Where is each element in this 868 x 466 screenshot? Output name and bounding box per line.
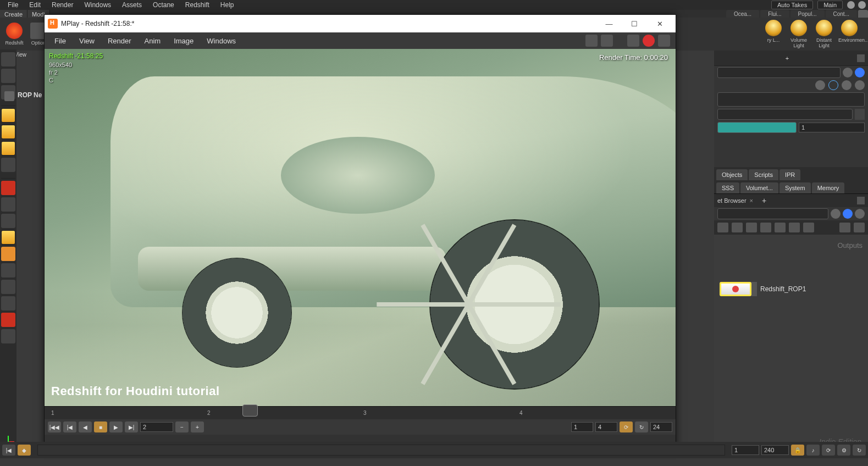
- pane-max-icon[interactable]: [857, 54, 865, 62]
- pane-max-icon[interactable]: [857, 197, 865, 204]
- tab-memory[interactable]: Memory: [812, 182, 845, 193]
- settings-icon[interactable]: [854, 223, 865, 232]
- pin-icon[interactable]: [831, 209, 841, 219]
- takes-dropdown[interactable]: Auto Takes: [771, 1, 813, 9]
- updates-icon[interactable]: [858, 1, 866, 9]
- cursor-icon[interactable]: [1, 158, 15, 172]
- mplay-snapshot-icon[interactable]: [585, 35, 598, 47]
- node-path-field[interactable]: [717, 67, 841, 78]
- tool-icon[interactable]: [1, 280, 15, 294]
- search-icon[interactable]: [839, 223, 850, 232]
- mplay-timeline[interactable]: 1 2 3 4: [45, 406, 676, 419]
- audio-icon[interactable]: ♪: [806, 445, 820, 456]
- display-option-icon[interactable]: [789, 223, 800, 232]
- desktop-dropdown[interactable]: Main: [817, 1, 843, 9]
- shelf-create[interactable]: Create: [0, 10, 27, 18]
- mplay-options-icon[interactable]: [658, 35, 670, 47]
- end-frame-field[interactable]: [761, 445, 789, 455]
- range-end-field[interactable]: [595, 422, 617, 432]
- shelf-tool-light1[interactable]: ry L...: [762, 20, 784, 48]
- menu-render[interactable]: Render: [46, 0, 79, 10]
- tab-objects[interactable]: Objects: [716, 169, 748, 180]
- tab-volumetric[interactable]: Volumet...: [740, 182, 778, 193]
- tab-system[interactable]: System: [779, 182, 811, 193]
- play-reverse-icon[interactable]: ◀: [79, 421, 92, 432]
- tool-icon[interactable]: [1, 263, 15, 278]
- menu-redshift[interactable]: Redshift: [180, 0, 215, 10]
- link-icon[interactable]: [855, 68, 865, 77]
- menu-help[interactable]: Help: [215, 0, 240, 10]
- realtime-icon[interactable]: ⟳: [822, 445, 835, 456]
- network-path-field[interactable]: [717, 208, 828, 219]
- filter-icon[interactable]: [828, 80, 838, 90]
- select-tool-icon[interactable]: [1, 52, 15, 66]
- display-option-icon[interactable]: [732, 223, 743, 232]
- inc-icon[interactable]: +: [191, 421, 204, 432]
- node-redshift-rop[interactable]: Redshift_ROP1: [720, 282, 806, 296]
- gear-icon[interactable]: [855, 209, 865, 219]
- pin-icon[interactable]: [843, 68, 853, 77]
- network-editor[interactable]: Outputs Redshift_ROP1 Indie Edition: [714, 235, 868, 450]
- close-tab-icon[interactable]: ×: [750, 197, 753, 204]
- tool-red-icon[interactable]: [1, 181, 15, 195]
- menu-octane[interactable]: Octane: [147, 0, 180, 10]
- param-field[interactable]: [717, 92, 865, 107]
- range-lock-icon[interactable]: 🔒: [791, 445, 804, 456]
- mplay-stop-icon[interactable]: [643, 35, 655, 47]
- shelf-tool-redshift[interactable]: Redshift: [3, 23, 25, 46]
- step-forward-icon[interactable]: ▶|: [125, 421, 138, 432]
- go-start-icon[interactable]: |◀◀: [48, 421, 61, 432]
- tab-scripts[interactable]: Scripts: [749, 169, 778, 180]
- main-timeline[interactable]: [37, 445, 725, 456]
- tool-icon[interactable]: [1, 329, 15, 343]
- current-frame-field[interactable]: [140, 422, 173, 432]
- shelf-tool-volume-light[interactable]: Volume Light: [788, 20, 810, 48]
- timeline-playhead-icon[interactable]: [242, 404, 258, 417]
- display-option-icon[interactable]: [760, 223, 771, 232]
- mplay-menu-image[interactable]: Image: [167, 35, 200, 47]
- node-tile[interactable]: [720, 282, 751, 296]
- mplay-menu-view[interactable]: View: [73, 35, 101, 47]
- tab-sss[interactable]: SSS: [716, 182, 739, 193]
- target-icon[interactable]: [843, 209, 853, 219]
- realtime-icon[interactable]: ⟳: [620, 421, 633, 432]
- tool-tag-yellow-icon[interactable]: [1, 108, 15, 123]
- stepper-icon[interactable]: [855, 109, 865, 120]
- window-minimize-icon[interactable]: —: [596, 15, 622, 32]
- global-anim-icon[interactable]: ⚙: [837, 445, 850, 456]
- tool-icon[interactable]: [1, 197, 15, 212]
- node-output-flag[interactable]: [751, 282, 757, 296]
- add-pane-icon[interactable]: +: [786, 55, 789, 62]
- mplay-menu-anim[interactable]: Anim: [138, 35, 168, 47]
- help-icon[interactable]: [855, 80, 865, 90]
- shelf-tool-distant-light[interactable]: Distant Light: [813, 20, 835, 48]
- mplay-diff-icon[interactable]: [601, 35, 613, 47]
- info-icon[interactable]: [842, 80, 852, 90]
- tool-yellow-icon[interactable]: [1, 230, 15, 245]
- param-slider[interactable]: [717, 109, 853, 120]
- shelf-add-icon[interactable]: [858, 10, 868, 18]
- window-close-icon[interactable]: ✕: [647, 15, 672, 32]
- window-maximize-icon[interactable]: ☐: [622, 15, 647, 32]
- go-start-icon[interactable]: |◀: [2, 445, 15, 456]
- tool-red2-icon[interactable]: [1, 313, 15, 327]
- menu-windows[interactable]: Windows: [79, 0, 117, 10]
- tool-icon[interactable]: [1, 69, 15, 83]
- tool-icon[interactable]: [1, 296, 15, 310]
- key-icon[interactable]: ◆: [18, 445, 31, 456]
- browser-tab-label[interactable]: et Browser: [717, 197, 747, 204]
- shelf-tab-fluids[interactable]: Flui...: [760, 10, 789, 18]
- shelf-tool-env-light[interactable]: Environmen...: [838, 20, 860, 48]
- shelf-tab-containers[interactable]: Cont...: [826, 10, 857, 18]
- loop-icon[interactable]: ↻: [635, 421, 648, 432]
- tool-orange-icon[interactable]: [1, 247, 15, 261]
- shelf-tab-oceans[interactable]: Ocea...: [726, 10, 759, 18]
- mplay-render-viewport[interactable]: Redshift -21:58:25 960x540 fr 2 C Render…: [45, 49, 676, 406]
- play-forward-icon[interactable]: ▶: [109, 421, 123, 432]
- param-anim-field[interactable]: [717, 122, 797, 133]
- start-frame-field[interactable]: [732, 445, 759, 455]
- mplay-render-icon[interactable]: [627, 35, 639, 47]
- add-tab-icon[interactable]: +: [762, 196, 766, 205]
- tool-tag-yellow3-icon[interactable]: [1, 141, 15, 156]
- grid-icon[interactable]: [803, 223, 814, 232]
